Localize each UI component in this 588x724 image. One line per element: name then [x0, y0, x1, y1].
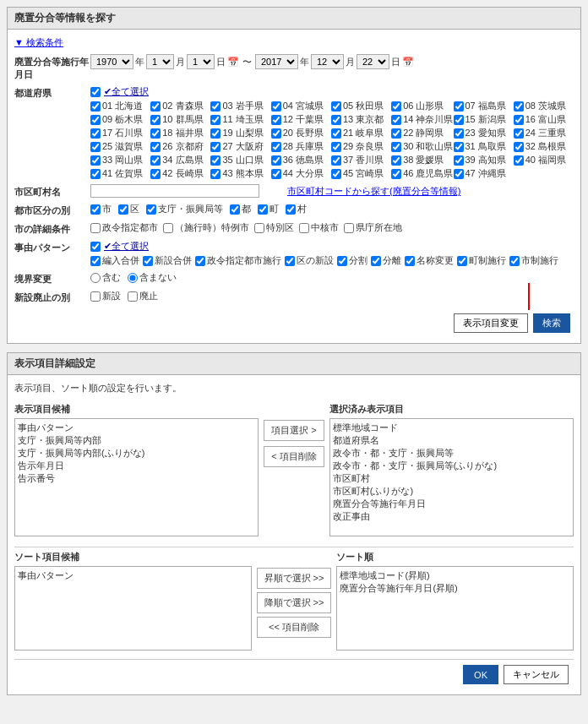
pref-checkbox-40[interactable]: [514, 155, 524, 166]
pref-checkbox-06[interactable]: [391, 101, 401, 112]
pref-checkbox-19[interactable]: [210, 128, 220, 139]
pref-checkbox-47[interactable]: [454, 169, 464, 179]
city-type-checkbox[interactable]: [230, 204, 240, 215]
city-detail-checkbox[interactable]: [344, 223, 354, 233]
to-month-select[interactable]: 12: [311, 54, 344, 69]
pref-checkbox-45[interactable]: [331, 169, 341, 179]
pref-checkbox-03[interactable]: [210, 101, 220, 112]
ok-button[interactable]: OK: [463, 665, 498, 684]
pref-checkbox-33[interactable]: [90, 155, 101, 166]
city-type-checkbox[interactable]: [90, 204, 101, 215]
reason-checkbox[interactable]: [337, 256, 347, 266]
pref-checkbox-20[interactable]: [271, 128, 281, 139]
pref-checkbox-07[interactable]: [454, 101, 464, 112]
pref-checkbox-31[interactable]: [454, 142, 464, 152]
reason-checkbox[interactable]: [457, 256, 467, 266]
pref-checkbox-04[interactable]: [271, 101, 281, 112]
city-detail-checkbox[interactable]: [254, 223, 264, 233]
pref-checkbox-44[interactable]: [271, 169, 281, 179]
reason-checkbox[interactable]: [509, 256, 520, 266]
pref-checkbox-02[interactable]: [150, 101, 161, 112]
from-month-select[interactable]: 1: [146, 54, 174, 69]
to-calendar-icon[interactable]: 📅: [402, 57, 414, 68]
pref-checkbox-25[interactable]: [90, 142, 101, 152]
pref-checkbox-09[interactable]: [90, 115, 101, 125]
candidate-listbox[interactable]: 事由パターン 支庁・振興局等内部 支庁・振興局等内部(ふりがな) 告示年月日 告…: [14, 418, 259, 536]
city-type-checkbox[interactable]: [286, 204, 296, 215]
new-checkbox[interactable]: [90, 291, 101, 302]
pref-checkbox-01[interactable]: [90, 101, 101, 112]
pref-checkbox-14[interactable]: [391, 115, 401, 125]
pref-checkbox-39[interactable]: [454, 155, 464, 166]
pref-checkbox-24[interactable]: [514, 128, 524, 139]
select-all-label[interactable]: ✔全て選択: [104, 85, 149, 98]
sort-candidate-listbox[interactable]: 事由パターン: [14, 566, 252, 651]
pref-checkbox-13[interactable]: [331, 115, 341, 125]
pref-checkbox-46[interactable]: [391, 169, 401, 179]
city-type-checkbox[interactable]: [146, 204, 156, 215]
to-day-select[interactable]: 22: [357, 54, 389, 69]
pref-checkbox-11[interactable]: [210, 115, 220, 125]
city-type-checkbox[interactable]: [258, 204, 268, 215]
new-checkbox[interactable]: [128, 291, 138, 302]
pref-checkbox-37[interactable]: [331, 155, 341, 166]
pref-checkbox-36[interactable]: [271, 155, 281, 166]
pref-checkbox-10[interactable]: [150, 115, 161, 125]
sort-selected-listbox[interactable]: 標準地域コード(昇順) 廃置分合等施行年月日(昇順): [336, 566, 574, 651]
reason-checkbox[interactable]: [143, 256, 153, 266]
pref-checkbox-05[interactable]: [331, 101, 341, 112]
border-radio-0[interactable]: [90, 273, 101, 283]
pref-checkbox-30[interactable]: [391, 142, 401, 152]
prefecture-item-27: 27 大阪府: [210, 140, 270, 153]
from-year-select[interactable]: 1970: [90, 54, 133, 69]
reason-select-all-checkbox[interactable]: [90, 242, 101, 252]
pref-checkbox-21[interactable]: [331, 128, 341, 139]
pref-checkbox-34[interactable]: [150, 155, 161, 166]
search-button[interactable]: 検索: [533, 313, 570, 333]
pref-checkbox-16[interactable]: [514, 115, 524, 125]
municipality-input[interactable]: [90, 184, 259, 198]
to-year-select[interactable]: 2017: [255, 54, 298, 69]
reason-select-all-label[interactable]: ✔全て選択: [104, 240, 149, 253]
select-item-button[interactable]: 項目選択 >: [264, 420, 324, 441]
desc-select-button[interactable]: 降順で選択 >>: [257, 592, 332, 613]
select-all-checkbox[interactable]: [90, 87, 101, 97]
display-change-button[interactable]: 表示項目変更: [454, 313, 528, 333]
municipality-code-link[interactable]: 市区町村コードから探す(廃置分合等情報): [287, 186, 460, 196]
pref-checkbox-29[interactable]: [331, 142, 341, 152]
pref-checkbox-35[interactable]: [210, 155, 220, 166]
remove-item-button[interactable]: < 項目削除: [264, 446, 324, 467]
reason-checkbox[interactable]: [195, 256, 205, 266]
asc-select-button[interactable]: 昇順で選択 >>: [257, 568, 332, 589]
city-detail-checkbox[interactable]: [299, 223, 309, 233]
from-day-select[interactable]: 1: [187, 54, 215, 69]
city-detail-checkbox[interactable]: [163, 223, 173, 233]
pref-checkbox-42[interactable]: [150, 169, 161, 179]
reason-checkbox[interactable]: [405, 256, 415, 266]
reason-checkbox[interactable]: [371, 256, 381, 266]
pref-checkbox-27[interactable]: [210, 142, 220, 152]
pref-checkbox-17[interactable]: [90, 128, 101, 139]
condition-link[interactable]: ▼ 検索条件: [14, 36, 63, 49]
pref-checkbox-18[interactable]: [150, 128, 161, 139]
pref-checkbox-32[interactable]: [514, 142, 524, 152]
reason-checkbox[interactable]: [285, 256, 295, 266]
city-detail-checkbox[interactable]: [90, 223, 101, 233]
pref-checkbox-15[interactable]: [454, 115, 464, 125]
selected-listbox[interactable]: 標準地域コード 都道府県名 政令市・都・支庁・振興局等 政令市・都・支庁・振興局…: [329, 418, 574, 536]
reason-checkbox[interactable]: [90, 256, 101, 266]
pref-checkbox-23[interactable]: [454, 128, 464, 139]
sort-remove-button[interactable]: << 項目削除: [257, 617, 332, 638]
pref-checkbox-26[interactable]: [150, 142, 161, 152]
pref-checkbox-41[interactable]: [90, 169, 101, 179]
cancel-button[interactable]: キャンセル: [504, 665, 569, 684]
pref-checkbox-38[interactable]: [391, 155, 401, 166]
pref-checkbox-43[interactable]: [210, 169, 220, 179]
border-radio-1[interactable]: [128, 273, 138, 283]
pref-checkbox-28[interactable]: [271, 142, 281, 152]
city-type-checkbox[interactable]: [118, 204, 128, 215]
pref-checkbox-08[interactable]: [514, 101, 524, 112]
pref-checkbox-22[interactable]: [391, 128, 401, 139]
pref-checkbox-12[interactable]: [271, 115, 281, 125]
from-calendar-icon[interactable]: 📅: [227, 57, 239, 68]
